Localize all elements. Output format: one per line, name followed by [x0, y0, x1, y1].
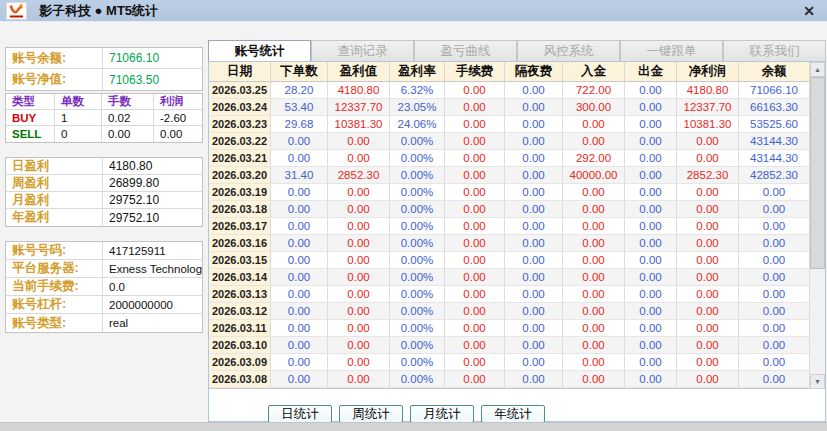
table-cell: 2026.03.20: [209, 167, 271, 183]
table-cell: 2026.03.11: [209, 320, 271, 336]
table-row[interactable]: 2026.03.140.000.000.00%0.000.000.000.000…: [209, 269, 809, 286]
table-cell: 2026.03.23: [209, 116, 271, 132]
table-cell: 2026.03.18: [209, 201, 271, 217]
table-cell: 0.00: [677, 320, 739, 336]
table-cell: 0.00: [328, 150, 390, 166]
table-cell: 2026.03.19: [209, 184, 271, 200]
table-cell: 23.05%: [390, 99, 445, 115]
close-icon[interactable]: ✕: [803, 2, 815, 20]
scrollbar-thumb[interactable]: [810, 77, 825, 269]
table-row[interactable]: 2026.03.130.000.000.00%0.000.000.000.000…: [209, 286, 809, 303]
table-row[interactable]: 2026.03.150.000.000.00%0.000.000.000.000…: [209, 252, 809, 269]
tab-copy-trade[interactable]: 一键跟单: [620, 40, 723, 61]
column-header: 余额: [739, 62, 809, 81]
table-cell: 0.00: [563, 133, 625, 149]
table-row[interactable]: 2026.03.2031.402852.300.00%0.000.0040000…: [209, 167, 809, 184]
table-cell: 0.00: [328, 320, 390, 336]
tab-contact-us[interactable]: 联系我们: [723, 40, 826, 61]
buy-lots: 0.02: [102, 110, 154, 125]
table-row[interactable]: 2026.03.160.000.000.00%0.000.000.000.000…: [209, 235, 809, 252]
table-cell: 0.00: [563, 116, 625, 132]
table-cell: 0.00: [505, 235, 563, 251]
table-cell: 0.00: [563, 201, 625, 217]
weekly-stats-button[interactable]: 周统计: [339, 405, 403, 423]
monthly-stats-button[interactable]: 月统计: [410, 405, 474, 423]
table-cell: 12337.70: [677, 99, 739, 115]
balance-value: 71066.10: [103, 48, 202, 68]
column-header: 手续费: [445, 62, 505, 81]
account-type-label: 账号类型:: [6, 314, 103, 332]
table-row[interactable]: 2026.03.2453.4012337.7023.05%0.000.00300…: [209, 99, 809, 116]
daily-profit-row: 日盈利 4180.80: [6, 158, 202, 175]
table-row[interactable]: 2026.03.090.000.000.00%0.000.000.000.000…: [209, 354, 809, 371]
leverage-row: 账号杠杆: 2000000000: [6, 296, 202, 314]
app-logo-icon: [6, 2, 27, 20]
table-row[interactable]: 2026.03.2329.6810381.3024.06%0.000.000.0…: [209, 116, 809, 133]
weekly-profit-value: 26899.80: [103, 175, 202, 191]
table-cell: 0.00: [328, 303, 390, 319]
table-row[interactable]: 2026.03.220.000.000.00%0.000.000.000.000…: [209, 133, 809, 150]
type-header: 类型: [6, 94, 55, 109]
buy-row: BUY 1 0.02 -2.60: [6, 110, 202, 126]
table-row[interactable]: 2026.03.180.000.000.00%0.000.000.000.000…: [209, 201, 809, 218]
table-cell: 0.00: [625, 82, 677, 98]
table-row[interactable]: 2026.03.210.000.000.00%0.000.00292.000.0…: [209, 150, 809, 167]
commission-label: 当前手续费:: [6, 278, 103, 295]
table-cell: 0.00: [328, 286, 390, 302]
column-header: 入金: [563, 62, 625, 81]
tab-query-records[interactable]: 查询记录: [311, 40, 414, 61]
table-cell: 0.00: [505, 82, 563, 98]
profit-header: 利润: [154, 94, 202, 109]
table-cell: 292.00: [563, 150, 625, 166]
table-row[interactable]: 2026.03.100.000.000.00%0.000.000.000.000…: [209, 337, 809, 354]
lots-header: 手数: [102, 94, 154, 109]
daily-profit-value: 4180.80: [103, 158, 202, 174]
scroll-up-icon[interactable]: ▲: [810, 62, 825, 77]
table-row[interactable]: 2026.03.110.000.000.00%0.000.000.000.000…: [209, 320, 809, 337]
table-cell: 0.00%: [390, 184, 445, 200]
account-balance-panel: 账号余额: 71066.10 账号净值: 71063.50: [5, 47, 203, 91]
daily-stats-button[interactable]: 日统计: [268, 405, 332, 423]
table-cell: 12337.70: [328, 99, 390, 115]
table-row[interactable]: 2026.03.190.000.000.00%0.000.000.000.000…: [209, 184, 809, 201]
tab-pnl-curve[interactable]: 盈亏曲线: [414, 40, 517, 61]
account-number-value: 417125911: [103, 242, 202, 259]
sell-profit: 0.00: [154, 126, 202, 142]
table-cell: 0.00: [625, 235, 677, 251]
table-cell: 2026.03.13: [209, 286, 271, 302]
table-cell: 2026.03.17: [209, 218, 271, 234]
balance-label: 账号余额:: [6, 48, 103, 68]
tab-risk-control[interactable]: 风控系统: [517, 40, 620, 61]
table-cell: 0.00: [677, 354, 739, 370]
table-row[interactable]: 2026.03.120.000.000.00%0.000.000.000.000…: [209, 303, 809, 320]
table-cell: 0.00: [739, 252, 809, 268]
table-cell: 0.00: [445, 82, 505, 98]
table-row[interactable]: 2026.03.080.000.000.00%0.000.000.000.000…: [209, 371, 809, 388]
window-bottom-edge: [0, 422, 827, 431]
table-cell: 0.00: [271, 184, 328, 200]
scroll-down-icon[interactable]: ▼: [810, 374, 825, 389]
column-header: 出金: [625, 62, 677, 81]
table-cell: 0.00: [563, 320, 625, 336]
table-cell: 10381.30: [328, 116, 390, 132]
commission-value: 0.0: [103, 278, 202, 295]
table-cell: 0.00: [445, 320, 505, 336]
table-cell: 0.00: [625, 371, 677, 387]
table-row[interactable]: 2026.03.2528.204180.806.32%0.000.00722.0…: [209, 82, 809, 99]
table-cell: 0.00: [271, 320, 328, 336]
table-cell: 10381.30: [677, 116, 739, 132]
yearly-stats-button[interactable]: 年统计: [481, 405, 545, 423]
monthly-profit-label: 月盈利: [6, 192, 103, 208]
table-cell: 0.00: [445, 218, 505, 234]
tab-account-stats[interactable]: 账号统计: [208, 40, 311, 61]
table-cell: 0.00: [271, 150, 328, 166]
table-cell: 40000.00: [563, 167, 625, 183]
table-row[interactable]: 2026.03.170.000.000.00%0.000.000.000.000…: [209, 218, 809, 235]
table-cell: 0.00: [739, 303, 809, 319]
table-cell: 2026.03.21: [209, 150, 271, 166]
column-header: 净利润: [677, 62, 739, 81]
table-cell: 0.00: [505, 252, 563, 268]
leverage-value: 2000000000: [103, 296, 202, 313]
table-cell: 0.00: [445, 252, 505, 268]
table-scrollbar[interactable]: ▲ ▼: [809, 62, 825, 389]
